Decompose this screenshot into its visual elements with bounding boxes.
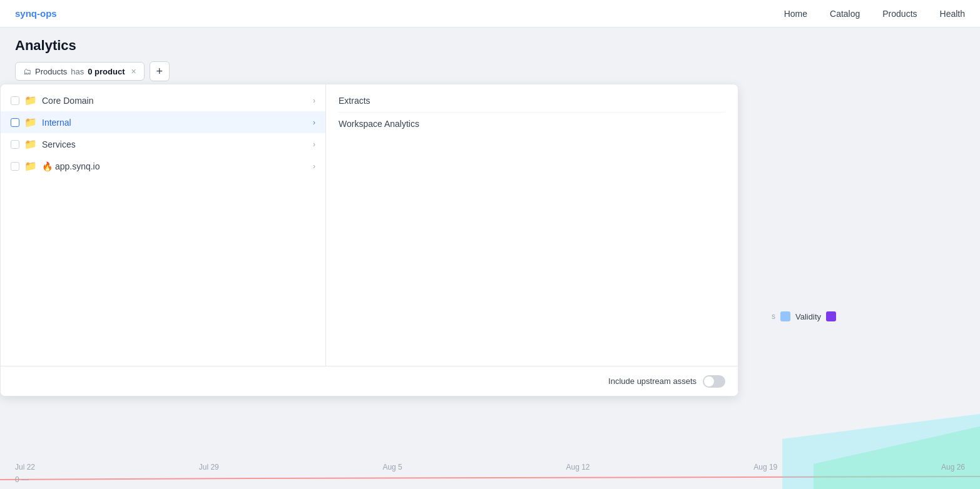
- nav-links: HomeCatalogProductsHealth: [784, 8, 965, 19]
- chip-close-button[interactable]: ×: [131, 66, 136, 76]
- chip-label: Products: [35, 67, 67, 76]
- navbar: synq-ops HomeCatalogProductsHealth: [0, 0, 980, 28]
- item-label-services: Services: [42, 139, 308, 149]
- svg-marker-1: [782, 414, 980, 489]
- pane-right-item-workspace-analytics[interactable]: Workspace Analytics: [326, 113, 738, 135]
- pane-right-label-extracts: Extracts: [339, 96, 370, 106]
- chevron-internal: ›: [313, 118, 315, 127]
- pane-left: 📁 Core Domain › 📁 Internal › 📁 Services …: [1, 84, 326, 396]
- item-label-app-synq: 🔥 app.synq.io: [42, 161, 308, 171]
- chip-table-icon: 🗂: [23, 67, 31, 76]
- xaxis-label-2: Aug 5: [382, 463, 402, 471]
- item-checkbox-services[interactable]: [11, 140, 19, 149]
- pane-item-core-domain[interactable]: 📁 Core Domain ›: [1, 89, 325, 111]
- folder-icon-app-synq: 📁: [24, 160, 37, 172]
- nav-link-home[interactable]: Home: [784, 9, 807, 19]
- legend-partial-label: s: [772, 312, 775, 321]
- chart-xaxis: Jul 22 Jul 29 Aug 5 Aug 12 Aug 19 Aug 26: [15, 463, 965, 471]
- legend-label-validity: Validity: [795, 312, 821, 321]
- folder-icon-internal: 📁: [24, 116, 37, 128]
- chevron-services: ›: [313, 140, 315, 149]
- upstream-toggle[interactable]: [703, 375, 725, 388]
- page-title: Analytics: [15, 38, 965, 54]
- folder-icon-core-domain: 📁: [24, 94, 37, 106]
- nav-link-products[interactable]: Products: [882, 9, 917, 19]
- brand[interactable]: synq-ops: [15, 8, 57, 19]
- chart-yaxis-min: 0 —: [15, 475, 29, 484]
- pane-right: Extracts Workspace Analytics: [326, 84, 738, 396]
- page-header: Analytics: [0, 28, 980, 61]
- chart-legend: s Validity: [772, 311, 836, 321]
- pane-right-item-extracts[interactable]: Extracts: [326, 89, 738, 112]
- item-label-core-domain: Core Domain: [42, 96, 308, 106]
- pane-right-label-workspace-analytics: Workspace Analytics: [339, 119, 419, 129]
- chevron-app-synq: ›: [313, 162, 315, 171]
- upstream-toggle-label: Include upstream assets: [608, 376, 697, 386]
- folder-icon-services: 📁: [24, 138, 37, 150]
- filter-chip-products[interactable]: 🗂 Products has 0 product ×: [15, 62, 145, 81]
- chevron-core-domain: ›: [313, 96, 315, 105]
- xaxis-label-0: Jul 22: [15, 463, 35, 471]
- legend-swatch-unknown: [826, 311, 836, 321]
- chip-operator: has: [71, 67, 84, 76]
- dropdown-panel: 📁 Core Domain › 📁 Internal › 📁 Services …: [0, 84, 738, 396]
- nav-link-health[interactable]: Health: [940, 9, 965, 19]
- filter-bar: 🗂 Products has 0 product × +: [15, 61, 965, 81]
- item-checkbox-internal[interactable]: [11, 118, 19, 127]
- xaxis-label-5: Aug 26: [941, 463, 965, 471]
- pane-item-internal[interactable]: 📁 Internal ›: [1, 111, 325, 133]
- xaxis-label-4: Aug 19: [753, 463, 777, 471]
- dropdown-bottom-bar: Include upstream assets: [1, 366, 738, 396]
- pane-item-services[interactable]: 📁 Services ›: [1, 133, 325, 155]
- nav-link-catalog[interactable]: Catalog: [830, 9, 860, 19]
- xaxis-label-3: Aug 12: [566, 463, 590, 471]
- chip-value: 0 product: [88, 67, 125, 76]
- yaxis-zero: 0 —: [15, 475, 29, 484]
- legend-swatch-validity: [780, 311, 790, 321]
- pane-item-app-synq[interactable]: 📁 🔥 app.synq.io ›: [1, 155, 325, 177]
- xaxis-label-1: Jul 29: [199, 463, 219, 471]
- item-checkbox-core-domain[interactable]: [11, 96, 19, 105]
- item-checkbox-app-synq[interactable]: [11, 162, 19, 171]
- main-content: 🗂 Products has 0 product × + 📁 Core Doma…: [0, 61, 980, 81]
- add-filter-button[interactable]: +: [150, 61, 170, 81]
- item-label-internal: Internal: [42, 118, 308, 128]
